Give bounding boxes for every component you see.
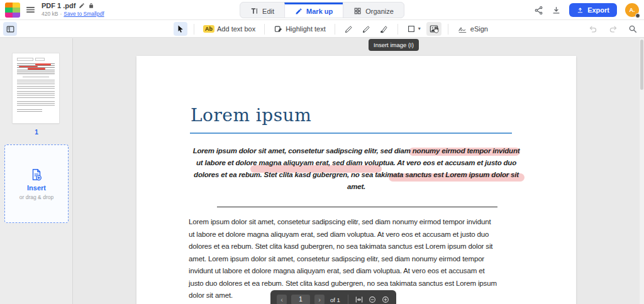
cursor-arrow-icon bbox=[176, 24, 185, 33]
pages-sidebar: 1 Insert or drag & drop bbox=[0, 38, 73, 304]
thumb-divider bbox=[23, 77, 49, 77]
toolbar-divider bbox=[264, 24, 265, 35]
sidebar-toggle-icon[interactable] bbox=[3, 22, 17, 36]
file-info: PDF 1 .pdf 420 kB · Save to Smallpdf bbox=[42, 2, 104, 17]
toolbar-right bbox=[589, 20, 638, 38]
document-page[interactable]: Lorem ipsum Lorem ipsum dolor sit amet, … bbox=[136, 56, 576, 304]
save-to-smallpdf-link[interactable]: Save to Smallpdf bbox=[64, 11, 104, 17]
zoom-out-icon[interactable] bbox=[368, 295, 377, 304]
body-line: justo duo dolores et ea rebum. Stet clit… bbox=[189, 278, 497, 290]
pager-divider bbox=[348, 295, 348, 304]
toolbar-divider bbox=[335, 24, 335, 35]
toolbar-divider bbox=[397, 24, 398, 35]
body-line: dolores et ea rebum. Stet clita kasd gub… bbox=[189, 241, 497, 253]
pen-tool-button[interactable] bbox=[359, 22, 374, 36]
shape-tool-button[interactable]: ▾ bbox=[404, 22, 423, 36]
lead-line: ut labore et dolore magna aliquyam erat,… bbox=[136, 157, 576, 169]
lead-line: Lorem ipsum dolor sit amet, consetetur s… bbox=[136, 145, 576, 157]
scrollbar-thumb[interactable] bbox=[640, 40, 643, 90]
title-rule bbox=[190, 133, 512, 134]
lock-icon[interactable] bbox=[88, 3, 94, 9]
thumb-title-line bbox=[17, 58, 33, 61]
share-icon[interactable] bbox=[534, 6, 543, 15]
lead-paragraph: Lorem ipsum dolor sit amet, consetetur s… bbox=[136, 145, 576, 193]
avatar-initials: A. bbox=[630, 7, 635, 13]
hand-cursor-icon bbox=[431, 26, 440, 34]
marker-tool-button[interactable] bbox=[377, 22, 391, 36]
fit-width-icon[interactable] bbox=[355, 295, 364, 304]
file-name: PDF 1 .pdf bbox=[42, 2, 75, 9]
thumb-highlight-mark bbox=[35, 63, 51, 65]
square-shape-icon bbox=[407, 24, 416, 33]
marker-icon bbox=[379, 24, 389, 34]
lead-line: amet. bbox=[136, 181, 576, 193]
pencil-icon bbox=[295, 8, 303, 15]
lead-line: dolores et ea rebum. Stet clita kasd gub… bbox=[136, 169, 576, 181]
highlight-text-label: Highlight text bbox=[286, 25, 326, 33]
menu-icon[interactable] bbox=[25, 4, 36, 15]
thumb-highlight-mark bbox=[19, 66, 38, 68]
markup-toolbar: Ab Add text box Highlight text bbox=[0, 20, 644, 38]
select-tool-button[interactable] bbox=[174, 22, 187, 36]
avatar-status-dot bbox=[635, 13, 640, 18]
body-line: invidunt ut labore et dolore magna aliqu… bbox=[189, 265, 497, 278]
smallpdf-logo-icon[interactable] bbox=[5, 3, 20, 18]
page-thumbnail[interactable] bbox=[13, 53, 59, 123]
add-text-box-button[interactable]: Ab Add text box bbox=[201, 22, 258, 36]
highlight-text-button[interactable]: Highlight text bbox=[271, 22, 328, 36]
esign-button[interactable]: eSign bbox=[455, 22, 491, 36]
insert-hint: or drag & drop bbox=[19, 194, 53, 200]
body-line: amet. Lorem ipsum dolor sit amet, conset… bbox=[189, 253, 497, 266]
horizontal-rule bbox=[217, 207, 497, 207]
top-bar: PDF 1 .pdf 420 kB · Save to Smallpdf Edi… bbox=[0, 0, 644, 20]
meta-separator: · bbox=[60, 11, 62, 17]
tab-markup-label: Mark up bbox=[306, 8, 333, 15]
pen-icon bbox=[362, 24, 371, 34]
upload-icon bbox=[577, 7, 584, 14]
thumbnail-page-number: 1 bbox=[0, 129, 73, 136]
thumb-title-line bbox=[35, 58, 45, 61]
rename-pencil-icon[interactable] bbox=[79, 3, 85, 9]
tab-edit[interactable]: Edit bbox=[240, 3, 284, 18]
thumb-paragraph bbox=[17, 101, 55, 107]
text-box-icon: Ab bbox=[203, 25, 214, 33]
signature-icon bbox=[457, 24, 468, 34]
download-icon[interactable] bbox=[552, 6, 561, 15]
avatar[interactable]: A. bbox=[625, 3, 639, 17]
export-button[interactable]: Export bbox=[569, 3, 617, 17]
body-paragraph: Lorem ipsum dolor sit amet, consetetur s… bbox=[189, 216, 497, 302]
add-text-box-label: Add text box bbox=[217, 25, 255, 33]
app-window: PDF 1 .pdf 420 kB · Save to Smallpdf Edi… bbox=[0, 0, 644, 304]
document-title: Lorem ipsum bbox=[191, 105, 311, 126]
tool-group: Ab Add text box Highlight text bbox=[174, 20, 491, 38]
tab-edit-label: Edit bbox=[262, 8, 274, 15]
prev-page-icon[interactable]: ‹ bbox=[277, 295, 287, 304]
undo-icon[interactable] bbox=[589, 24, 598, 34]
tab-organize[interactable]: Organize bbox=[343, 3, 404, 18]
insert-dropzone[interactable]: Insert or drag & drop bbox=[4, 144, 69, 223]
body-line: ut labore et dolore magna aliquyam erat,… bbox=[189, 229, 497, 241]
search-icon[interactable] bbox=[628, 24, 638, 34]
insert-image-button[interactable] bbox=[426, 22, 441, 36]
tab-markup[interactable]: Mark up bbox=[284, 3, 343, 18]
page-count-label: of 1 bbox=[330, 296, 340, 303]
text-edit-icon bbox=[250, 7, 258, 15]
vertical-scrollbar[interactable] bbox=[640, 38, 644, 304]
redo-icon[interactable] bbox=[608, 24, 618, 34]
caret-down-icon: ▾ bbox=[418, 26, 421, 31]
zoom-in-icon[interactable] bbox=[381, 295, 390, 304]
body-line: Lorem ipsum dolor sit amet, consetetur s… bbox=[189, 216, 497, 229]
insert-image-tooltip: Insert image (I) bbox=[369, 39, 419, 51]
pencil-draw-icon bbox=[344, 24, 353, 34]
top-right-actions: Export A. bbox=[534, 0, 639, 20]
thumb-highlight-mark bbox=[28, 68, 45, 70]
pencil-tool-button[interactable] bbox=[341, 22, 356, 36]
next-page-icon[interactable]: › bbox=[314, 295, 325, 304]
insert-document-icon bbox=[30, 168, 43, 182]
toolbar-divider bbox=[194, 24, 194, 35]
export-label: Export bbox=[587, 6, 609, 14]
highlighter-icon bbox=[274, 24, 283, 34]
page-number-input[interactable]: 1 bbox=[291, 295, 310, 304]
file-size: 420 kB bbox=[42, 11, 58, 17]
tab-organize-label: Organize bbox=[365, 8, 394, 15]
